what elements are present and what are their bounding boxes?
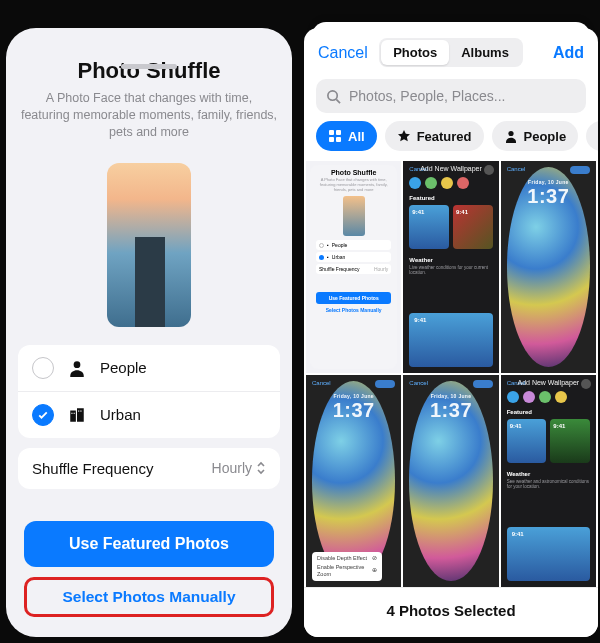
add-button[interactable]: Add (528, 44, 584, 62)
mini-title: Photo Shuffle (316, 169, 391, 176)
mini-preview (343, 196, 365, 236)
chip-featured[interactable]: Featured (385, 121, 484, 151)
mini-time: 9:41 (510, 423, 522, 429)
svg-rect-8 (329, 130, 334, 135)
mini-link: Select Photos Manually (316, 307, 391, 313)
photo-picker-sheet: Cancel Photos Albums Add Photos, People,… (304, 28, 598, 637)
mini-sf: Shuffle FrequencyHourly (316, 264, 391, 274)
mini-time: 9:41 (456, 209, 468, 215)
mini-options-panel: Disable Depth Effect⊘ Enable Perspective… (312, 552, 382, 581)
library-tabs: Photos Albums (379, 38, 523, 67)
mini-cancel: Cancel (507, 166, 526, 172)
chip-label: Featured (417, 129, 472, 144)
shuffle-frequency-row[interactable]: Shuffle Frequency Hourly (18, 448, 280, 489)
chip-all[interactable]: All (316, 121, 377, 151)
svg-rect-5 (78, 410, 79, 411)
svg-rect-4 (74, 412, 75, 413)
mini-done (570, 166, 590, 174)
select-photos-manually-button[interactable]: Select Photos Manually (24, 577, 274, 617)
wallpaper-preview (107, 163, 191, 327)
updown-chevron-icon (256, 461, 266, 475)
mini-time: 9:41 (553, 423, 565, 429)
svg-rect-9 (336, 130, 341, 135)
option-people[interactable]: People (18, 345, 280, 391)
photo-shuffle-sheet: Photo Shuffle A Photo Face that changes … (6, 28, 292, 637)
mini-done (375, 380, 395, 388)
photo-grid: Photo Shuffle A Photo Face that changes … (304, 161, 598, 587)
svg-rect-2 (77, 408, 84, 422)
svg-point-0 (74, 361, 81, 368)
svg-point-7 (328, 90, 337, 99)
page-subtitle: A Photo Face that changes with time, fea… (20, 90, 278, 141)
svg-rect-6 (80, 410, 81, 411)
mini-done (473, 380, 493, 388)
mini-time: 1:37 (306, 399, 401, 422)
mini-cancel: Cancel (409, 380, 428, 386)
page-title: Photo Shuffle (20, 58, 278, 84)
mini-time: 1:37 (501, 185, 596, 208)
svg-rect-3 (71, 412, 72, 413)
category-options: People Urban (18, 345, 280, 438)
chip-urban[interactable]: Urban (586, 121, 598, 151)
mini-weather-sub: Live weather conditions for your current… (409, 265, 492, 275)
search-icon (326, 89, 341, 104)
mini-weather-sub: See weather and astronomical conditions … (507, 479, 590, 489)
mini-featured-label: Featured (409, 195, 434, 201)
mini-featured-label: Featured (507, 409, 532, 415)
selection-count: 4 Photos Selected (304, 587, 598, 637)
photo-thumb[interactable]: Cancel Friday, 10 June1:37 (403, 375, 498, 587)
person-icon (68, 359, 86, 377)
shuffle-frequency-value: Hourly (212, 460, 252, 476)
search-placeholder: Photos, People, Places... (349, 88, 505, 104)
option-urban[interactable]: Urban (18, 391, 280, 438)
svg-rect-11 (336, 137, 341, 142)
svg-point-12 (508, 131, 513, 136)
close-icon (484, 165, 494, 175)
photo-thumb[interactable]: Cancel Friday, 10 June1:37 (501, 161, 596, 373)
mini-time: 9:41 (512, 531, 524, 537)
chip-label: All (348, 129, 365, 144)
mini-option: ▪ People (316, 240, 391, 250)
radio-unchecked-icon (32, 357, 54, 379)
grid-icon (328, 129, 342, 143)
mini-subtitle: A Photo Face that changes with time, fea… (316, 178, 391, 192)
mini-time: 9:41 (412, 209, 424, 215)
search-field[interactable]: Photos, People, Places... (316, 79, 586, 113)
mini-option: ▪ Urban (316, 252, 391, 262)
photo-thumb[interactable]: Cancel Add New Wallpaper Featured 9:41 9… (403, 161, 498, 373)
use-featured-photos-button[interactable]: Use Featured Photos (24, 521, 274, 567)
mini-weather-label: Weather (409, 257, 433, 263)
photo-thumb[interactable]: Cancel Friday, 10 June1:37 Disable Depth… (306, 375, 401, 587)
mini-cancel: Cancel (312, 380, 331, 386)
mini-time: 1:37 (403, 399, 498, 422)
svg-rect-1 (70, 410, 76, 421)
tab-photos[interactable]: Photos (381, 40, 449, 65)
mini-time: 9:41 (414, 317, 426, 323)
photo-thumb[interactable]: Photo Shuffle A Photo Face that changes … (306, 161, 401, 373)
mini-primary-btn: Use Featured Photos (316, 292, 391, 304)
radio-checked-icon (32, 404, 54, 426)
chip-label: People (524, 129, 567, 144)
tab-albums[interactable]: Albums (449, 40, 521, 65)
option-label: Urban (100, 406, 141, 423)
svg-rect-10 (329, 137, 334, 142)
photo-thumb[interactable]: Cancel Add New Wallpaper Featured 9:41 9… (501, 375, 596, 587)
shuffle-frequency-label: Shuffle Frequency (32, 460, 153, 477)
person-icon (504, 129, 518, 143)
star-icon (397, 129, 411, 143)
buildings-icon (68, 406, 86, 424)
cancel-button[interactable]: Cancel (318, 44, 374, 62)
mini-weather-label: Weather (507, 471, 531, 477)
option-label: People (100, 359, 147, 376)
close-icon (581, 379, 591, 389)
grabber[interactable] (121, 64, 177, 69)
chip-people[interactable]: People (492, 121, 579, 151)
